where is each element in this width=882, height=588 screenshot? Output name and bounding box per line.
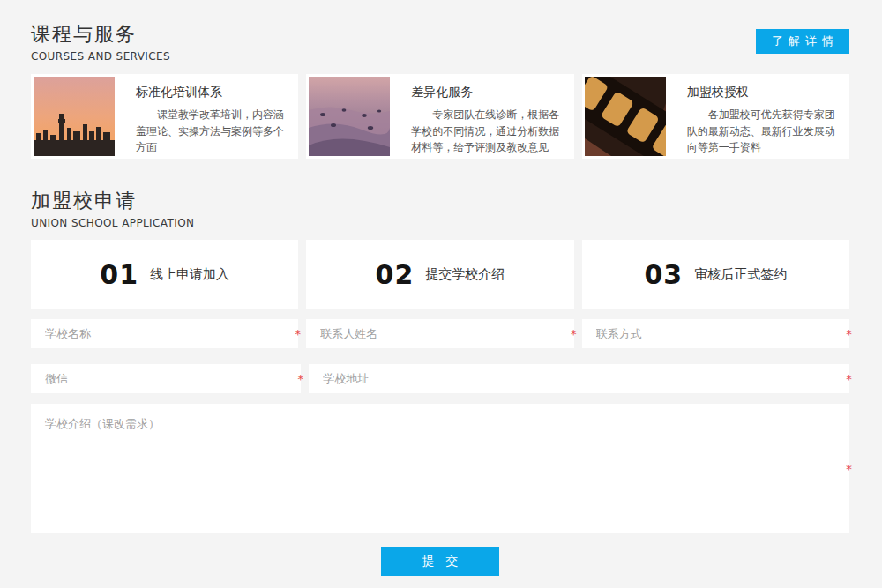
step-number: 01: [100, 259, 138, 290]
card-title: 加盟校授权: [687, 85, 838, 100]
service-card-differentiated: 差异化服务 专家团队在线诊断，根据各学校的不同情况，通过分析数据材料等，给予评测…: [306, 74, 573, 159]
card-description: 课堂教学改革培训，内容涵盖理论、实操方法与案例等多个方面: [136, 107, 287, 156]
required-marker: *: [571, 328, 577, 340]
school-address-field-wrap: *: [309, 364, 849, 393]
courses-section-header: 课程与服务 COURSES AND SERVICES 了解详情: [31, 22, 849, 63]
submit-row: 提 交: [31, 547, 849, 576]
required-marker: *: [846, 463, 852, 475]
school-address-input[interactable]: [309, 364, 849, 393]
contact-method-field-wrap: *: [582, 319, 849, 348]
desert-dusk-image: [309, 77, 390, 156]
page: 课程与服务 COURSES AND SERVICES 了解详情: [0, 0, 882, 576]
application-section-header: 加盟校申请 UNION SCHOOL APPLICATION: [31, 189, 849, 229]
step-item-3: 03 审核后正式签约: [582, 240, 849, 309]
wechat-input[interactable]: [31, 364, 301, 393]
wechat-field-wrap: *: [31, 364, 301, 393]
required-marker: *: [297, 373, 303, 385]
card-body: 差异化服务 专家团队在线诊断，根据各学校的不同情况，通过分析数据材料等，给予评测…: [390, 77, 571, 156]
submit-button[interactable]: 提 交: [381, 547, 499, 576]
required-marker: *: [846, 328, 852, 340]
required-marker: *: [295, 328, 301, 340]
step-number: 02: [376, 259, 415, 290]
step-label: 审核后正式签约: [694, 266, 787, 283]
card-body: 加盟校授权 各加盟校可优先获得专家团队的最新动态、最新行业发展动向等第一手资料: [666, 77, 847, 156]
step-item-2: 02 提交学校介绍: [306, 240, 573, 309]
service-card-authorization: 加盟校授权 各加盟校可优先获得专家团队的最新动态、最新行业发展动向等第一手资料: [582, 74, 849, 159]
city-skyline-sunset-image: [34, 77, 115, 156]
application-steps: 01 线上申请加入 02 提交学校介绍 03 审核后正式签约: [31, 240, 849, 309]
contact-name-input[interactable]: [306, 319, 573, 348]
card-description: 专家团队在线诊断，根据各学校的不同情况，通过分析数据材料等，给予评测及教改意见: [411, 107, 562, 156]
contact-name-field-wrap: *: [306, 319, 573, 348]
required-marker: *: [846, 373, 852, 385]
form-row-1: * * *: [31, 319, 849, 348]
service-cards: 标准化培训体系 课堂教学改革培训，内容涵盖理论、实操方法与案例等多个方面: [31, 74, 849, 159]
school-name-field-wrap: *: [31, 319, 298, 348]
step-label: 线上申请加入: [150, 266, 229, 283]
card-title: 差异化服务: [411, 85, 562, 100]
card-description: 各加盟校可优先获得专家团队的最新动态、最新行业发展动向等第一手资料: [687, 107, 838, 156]
film-strip-image: [585, 77, 666, 156]
school-intro-textarea[interactable]: [31, 404, 849, 533]
courses-section-title: 课程与服务: [31, 22, 170, 47]
contact-method-input[interactable]: [582, 319, 849, 348]
courses-heading: 课程与服务 COURSES AND SERVICES: [31, 22, 170, 63]
application-heading: 加盟校申请 UNION SCHOOL APPLICATION: [31, 189, 194, 229]
school-intro-field-wrap: *: [31, 404, 849, 533]
card-title: 标准化培训体系: [136, 85, 287, 100]
step-item-1: 01 线上申请加入: [31, 240, 298, 309]
learn-more-button[interactable]: 了解详情: [756, 29, 849, 54]
application-section-subtitle: UNION SCHOOL APPLICATION: [31, 217, 194, 229]
service-card-training: 标准化培训体系 课堂教学改革培训，内容涵盖理论、实操方法与案例等多个方面: [31, 74, 298, 159]
card-body: 标准化培训体系 课堂教学改革培训，内容涵盖理论、实操方法与案例等多个方面: [115, 77, 295, 156]
form-row-2: * *: [31, 364, 849, 393]
school-name-input[interactable]: [31, 319, 298, 348]
step-number: 03: [644, 259, 683, 290]
step-label: 提交学校介绍: [425, 266, 505, 283]
application-section-title: 加盟校申请: [31, 189, 194, 213]
courses-section-subtitle: COURSES AND SERVICES: [31, 50, 170, 63]
application-form: * * * * * * 提 交: [31, 319, 849, 576]
